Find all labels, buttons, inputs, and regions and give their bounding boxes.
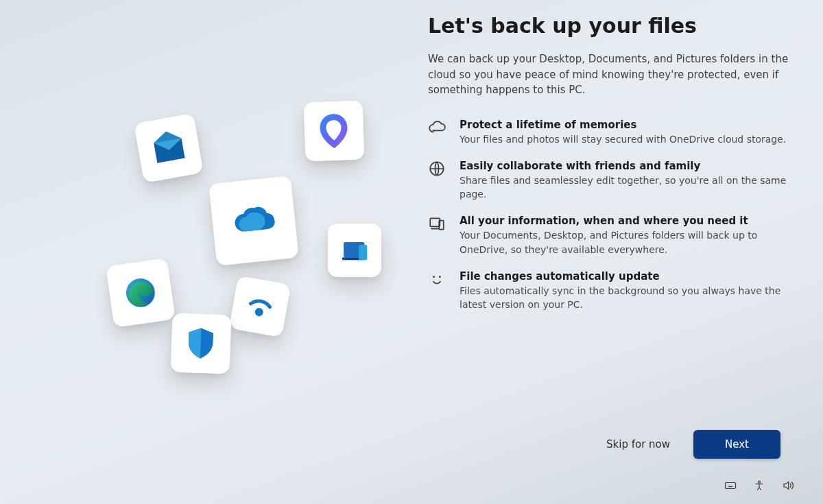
feature-sync-title: File changes automatically update	[460, 270, 791, 283]
page-description: We can back up your Desktop, Documents, …	[428, 51, 791, 98]
feature-collaborate-title: Easily collaborate with friends and fami…	[460, 160, 791, 172]
illustration-panel	[89, 96, 405, 384]
globe-icon	[428, 160, 446, 178]
feature-collaborate-body: Share files and seamlessley edit togethe…	[460, 173, 791, 202]
cloud-icon	[428, 119, 446, 136]
edge-icon	[106, 258, 176, 328]
svg-point-14	[759, 481, 761, 483]
feature-anywhere-body: Your Documents, Desktop, and Pictures fo…	[460, 228, 791, 256]
feature-anywhere-title: All your information, when and where you…	[460, 215, 791, 227]
feature-protect-title: Protect a lifetime of memories	[460, 119, 786, 131]
svg-point-12	[439, 276, 441, 278]
feature-protect-body: Your files and photos will stay secured …	[460, 132, 786, 146]
page-title: Let's back up your files	[428, 14, 791, 38]
wifi-icon	[229, 276, 291, 337]
keyboard-icon[interactable]	[724, 479, 737, 492]
svg-point-11	[433, 276, 435, 278]
phone-pc-icon	[428, 215, 446, 232]
svg-rect-13	[726, 483, 736, 489]
svg-point-7	[254, 307, 264, 317]
feature-sync-body: Files automatically sync in the backgrou…	[460, 284, 791, 312]
system-tray	[724, 479, 794, 492]
feature-protect: Protect a lifetime of memories Your file…	[428, 119, 791, 146]
svg-rect-9	[430, 219, 440, 227]
office-icon	[304, 101, 365, 162]
smile-icon	[428, 270, 446, 288]
next-button[interactable]: Next	[693, 430, 780, 459]
svg-rect-5	[359, 245, 367, 260]
mail-icon	[134, 113, 204, 183]
volume-icon[interactable]	[782, 479, 794, 492]
feature-sync: File changes automatically update Files …	[428, 270, 791, 312]
feature-list: Protect a lifetime of memories Your file…	[428, 119, 791, 312]
shield-icon	[171, 313, 232, 374]
accessibility-icon[interactable]	[753, 479, 765, 492]
devices-icon	[328, 224, 381, 277]
feature-collaborate: Easily collaborate with friends and fami…	[428, 160, 791, 202]
onedrive-icon	[208, 176, 299, 266]
footer-actions: Skip for now Next	[606, 430, 780, 459]
feature-anywhere: All your information, when and where you…	[428, 215, 791, 256]
content-panel: Let's back up your files We can back up …	[428, 14, 791, 312]
skip-button[interactable]: Skip for now	[606, 438, 670, 451]
